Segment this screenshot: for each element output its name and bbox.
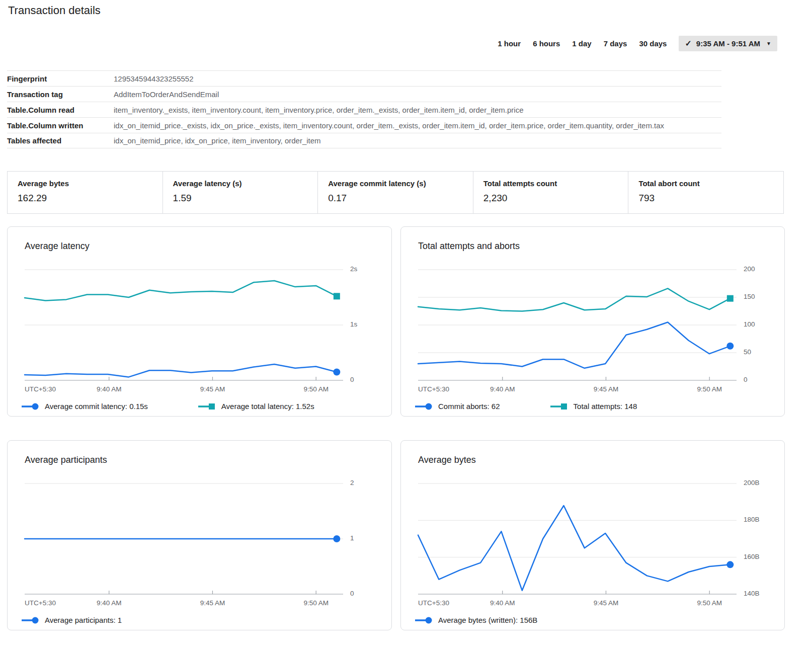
chart-card-average-latency: Average latency 2s1s0 UTC+5:309:40 AM9:4… (7, 226, 392, 417)
stat-label: Average latency (s) (173, 179, 318, 188)
series-line (418, 322, 730, 368)
series-end-marker (726, 343, 734, 350)
detail-row-columns-read: Table.Column read item_inventory._exists… (7, 102, 721, 117)
chart-legend: Average commit latency: 0.15sAverage tot… (22, 402, 391, 411)
y-axis-tick-label: 1s (350, 320, 357, 328)
time-range-option-7-days[interactable]: 7 days (604, 39, 627, 48)
y-axis: 2s1s0 (350, 270, 386, 380)
stat-value: 0.17 (328, 193, 473, 204)
x-axis-tick-label: UTC+5:30 (418, 385, 449, 393)
detail-label: Fingerprint (7, 74, 114, 83)
time-range-option-30-days[interactable]: 30 days (639, 39, 667, 48)
chart-plot-area: 2s1s0 (25, 270, 343, 381)
time-range-option-1-hour[interactable]: 1 hour (498, 39, 521, 48)
stat-label: Average bytes (18, 179, 163, 188)
legend-label: Average commit latency: 0.15s (45, 402, 148, 411)
x-axis: UTC+5:309:40 AM9:45 AM9:50 AM (418, 385, 737, 395)
x-axis-tick-label: 9:45 AM (594, 599, 619, 607)
y-axis-tick-label: 2s (350, 265, 357, 273)
x-axis-tick-label: 9:50 AM (697, 385, 722, 393)
series-end-marker (333, 369, 340, 376)
chart-legend: Commit aborts: 62Total attempts: 148 (415, 402, 784, 411)
series-end-marker (333, 535, 340, 542)
legend-label: Average bytes (written): 156B (438, 616, 537, 624)
y-axis-tick-label: 2 (350, 479, 354, 486)
legend-dot-swatch-icon (415, 616, 433, 624)
series-line (418, 288, 730, 311)
series-line (25, 364, 337, 377)
x-axis-tick-label: 9:40 AM (97, 385, 122, 393)
y-axis-tick-label: 180B (744, 516, 760, 523)
x-axis-tick-label: 9:45 AM (594, 385, 619, 393)
legend-item: Average participants: 1 (22, 616, 122, 624)
stat-label: Average commit latency (s) (328, 179, 473, 188)
chart-canvas (418, 483, 737, 595)
stat-value: 162.29 (18, 193, 163, 204)
y-axis-tick-label: 100 (744, 320, 755, 328)
y-axis-tick-label: 150 (744, 293, 755, 300)
chart-card-average-participants: Average participants 210 UTC+5:309:40 AM… (7, 440, 392, 630)
time-range-option-6-hours[interactable]: 6 hours (533, 39, 560, 48)
series-end-marker (334, 293, 340, 299)
x-axis-tick-label: UTC+5:30 (25, 385, 56, 393)
x-axis-tick-label: 9:50 AM (697, 599, 722, 607)
y-axis: 200150100500 (744, 270, 780, 380)
stat-label: Total abort count (638, 179, 783, 188)
checkmark-icon: ✓ (685, 40, 691, 48)
chart-card-average-bytes: Average bytes 200B180B160B140B UTC+5:309… (400, 440, 785, 630)
time-range-selected-chip[interactable]: ✓ 9:35 AM - 9:51 AM ▼ (679, 36, 777, 51)
detail-label: Transaction tag (7, 90, 114, 99)
x-axis: UTC+5:309:40 AM9:45 AM9:50 AM (418, 599, 737, 609)
time-range-option-1-day[interactable]: 1 day (572, 39, 591, 48)
series-line (418, 506, 730, 591)
detail-value: item_inventory._exists, item_inventory.c… (114, 106, 524, 114)
x-axis-tick-label: 9:45 AM (200, 599, 225, 607)
x-axis-tick-label: 9:40 AM (490, 599, 515, 607)
detail-label: Table.Column written (7, 121, 114, 130)
chart-title: Total attempts and aborts (418, 241, 784, 252)
x-axis-tick-label: 9:45 AM (200, 385, 225, 393)
chart-legend: Average bytes (written): 156B (415, 616, 784, 624)
time-range-selected-label: 9:35 AM - 9:51 AM (696, 39, 760, 48)
y-axis: 200B180B160B140B (744, 483, 780, 594)
stat-value: 793 (638, 193, 783, 204)
legend-label: Average participants: 1 (45, 616, 122, 624)
x-axis-tick-label: 9:50 AM (303, 599, 329, 607)
detail-label: Tables affected (7, 136, 114, 145)
legend-dot-swatch-icon (415, 402, 433, 411)
charts-grid: Average latency 2s1s0 UTC+5:309:40 AM9:4… (7, 226, 785, 630)
y-axis-tick-label: 0 (350, 376, 354, 383)
chart-title: Average bytes (418, 455, 784, 465)
chart-canvas (25, 270, 343, 381)
time-range-bar: 1 hour 6 hours 1 day 7 days 30 days ✓ 9:… (498, 36, 777, 51)
y-axis-tick-label: 50 (744, 348, 751, 356)
chart-title: Average latency (25, 241, 391, 252)
stat-average-commit-latency: Average commit latency (s) 0.17 (317, 172, 473, 213)
transaction-details-page: Transaction details 1 hour 6 hours 1 day… (0, 0, 812, 652)
chart-plot-area: 200150100500 (418, 270, 737, 381)
stat-average-bytes: Average bytes 162.29 (8, 172, 163, 213)
x-axis-tick-label: UTC+5:30 (418, 599, 449, 607)
y-axis-tick-label: 0 (744, 376, 748, 383)
detail-value: AddItemToOrderAndSendEmail (114, 90, 219, 99)
chart-plot-area: 210 (25, 483, 343, 595)
y-axis-tick-label: 160B (744, 553, 760, 560)
chart-plot-area: 200B180B160B140B (418, 483, 737, 595)
series-end-marker (727, 295, 734, 302)
x-axis-tick-label: 9:40 AM (97, 599, 122, 607)
x-axis: UTC+5:309:40 AM9:45 AM9:50 AM (25, 385, 343, 395)
series-line (25, 281, 337, 301)
y-axis: 210 (350, 483, 386, 594)
dropdown-arrow-icon: ▼ (766, 41, 771, 46)
stats-summary-card: Average bytes 162.29 Average latency (s)… (7, 171, 784, 214)
legend-dot-swatch-icon (22, 616, 40, 624)
chart-canvas (25, 483, 343, 595)
detail-row-fingerprint: Fingerprint 1295345944323255552 (7, 70, 721, 86)
y-axis-tick-label: 200B (744, 479, 760, 486)
legend-item: Average total latency: 1.52s (198, 402, 314, 411)
page-title: Transaction details (8, 4, 101, 17)
x-axis: UTC+5:309:40 AM9:45 AM9:50 AM (25, 599, 343, 609)
detail-value: 1295345944323255552 (114, 74, 194, 83)
legend-dot-swatch-icon (22, 402, 40, 411)
y-axis-tick-label: 1 (350, 534, 354, 542)
